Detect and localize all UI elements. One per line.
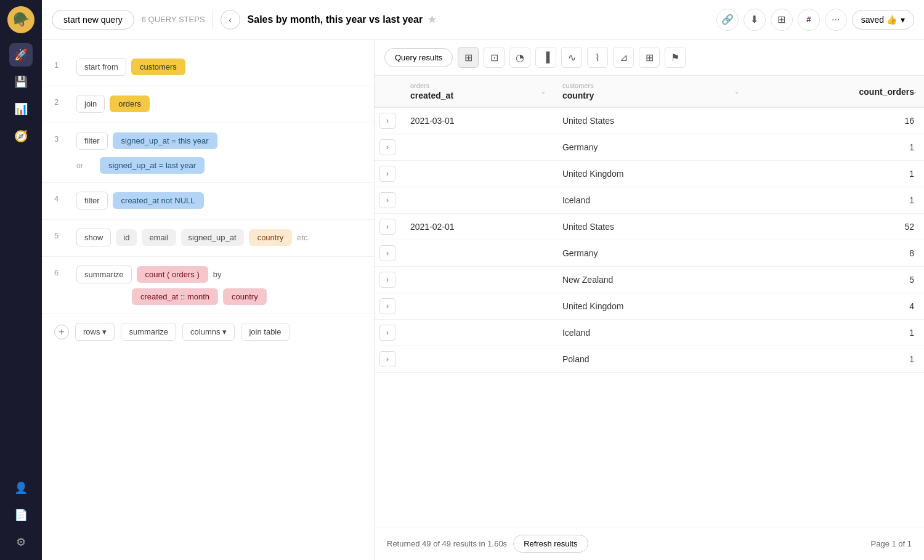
col-name-count-orders: count_orders [756, 87, 914, 97]
step-3-or-row: or signed_up_at = last year [76, 157, 362, 174]
link-button[interactable]: 🔗 [716, 9, 739, 31]
expand-button-8[interactable]: › [379, 325, 395, 341]
sort-icon-created-at[interactable]: ⌄ [540, 87, 546, 95]
step-5-token-country[interactable]: country [249, 229, 293, 246]
col-source-orders: orders [410, 82, 543, 89]
saved-label: saved 👍 [861, 15, 897, 25]
sidebar-item-docs[interactable]: 📄 [9, 503, 33, 527]
table-row: › United Kingdom 4 [375, 293, 924, 320]
viz-card-btn[interactable]: ⊡ [484, 47, 505, 68]
by-label: by [213, 270, 222, 279]
results-toolbar: Query results ⊞ ⊡ ◔ ▐ ∿ ⌇ ⊿ ⊞ ⚑ [375, 39, 924, 76]
join-table-button[interactable]: join table [241, 323, 289, 341]
expand-button-6[interactable]: › [379, 272, 395, 288]
cell-country-8: Iceland [553, 320, 746, 346]
step-2-token-orders[interactable]: orders [110, 95, 150, 112]
step-4: 4 filter created_at not NULL [42, 183, 374, 220]
table-row: › New Zealand 5 [375, 267, 924, 293]
expand-cell-5: › [375, 240, 400, 267]
cell-country-9: Poland [553, 346, 746, 373]
step-1: 1 start from customers [42, 49, 374, 86]
step-4-keyword: filter [76, 192, 108, 209]
results-panel: Query results ⊞ ⊡ ◔ ▐ ∿ ⌇ ⊿ ⊞ ⚑ [375, 39, 924, 560]
viz-map-btn[interactable]: ⚑ [665, 47, 686, 68]
step-3-token-this-year[interactable]: signed_up_at = this year [113, 132, 217, 149]
step-3-token-last-year[interactable]: signed_up_at = last year [100, 157, 205, 174]
table-row: › Iceland 1 [375, 187, 924, 214]
sort-icon-country[interactable]: ⌄ [734, 87, 740, 95]
step-5-keyword: show [76, 229, 111, 246]
expand-cell-8: › [375, 320, 400, 346]
step-6-token-count[interactable]: count ( orders ) [137, 266, 208, 283]
viz-bar-btn[interactable]: ▐ [535, 47, 556, 68]
step-5-token-signed-up[interactable]: signed_up_at [181, 229, 244, 246]
sidebar-item-charts[interactable]: 📊 [9, 97, 33, 121]
expand-button-3[interactable]: › [379, 192, 395, 208]
step-4-token-not-null[interactable]: created_at not NULL [113, 192, 204, 209]
viz-area-btn[interactable]: ⌇ [587, 47, 608, 68]
add-step-icon[interactable]: + [54, 325, 69, 339]
results-table-container: orders created_at ⌄ customers country ⌄ [375, 76, 924, 527]
step-6: 6 summarize count ( orders ) by created_… [42, 257, 374, 314]
expand-button-0[interactable]: › [379, 113, 395, 129]
cell-created-at-8 [400, 320, 553, 346]
sort-icon-count[interactable]: ⌄ [912, 87, 918, 95]
sidebar-item-save[interactable]: 💾 [9, 70, 33, 94]
sidebar-item-user[interactable]: 👤 [9, 476, 33, 500]
sidebar: 🪖 🚀 💾 📊 🧭 👤 📄 ⚙ [0, 0, 42, 560]
new-query-button[interactable]: start new query [52, 10, 134, 30]
expand-cell-9: › [375, 346, 400, 373]
topbar-divider [213, 10, 213, 29]
cell-created-at-5 [400, 240, 553, 267]
viz-combo-btn[interactable]: ⊿ [613, 47, 634, 68]
cell-country-4: United States [553, 214, 746, 240]
viz-pie-btn[interactable]: ◔ [509, 47, 530, 68]
step-4-content: filter created_at not NULL [76, 189, 362, 212]
saved-button[interactable]: saved 👍 ▾ [852, 10, 914, 30]
expand-button-5[interactable]: › [379, 245, 395, 261]
expand-cell-0: › [375, 107, 400, 134]
step-1-token-customers[interactable]: customers [131, 59, 185, 75]
more-button[interactable]: ··· [825, 9, 847, 31]
expand-button-7[interactable]: › [379, 298, 395, 314]
cell-count-4: 52 [746, 214, 924, 240]
expand-cell-1: › [375, 134, 400, 161]
viz-table-btn[interactable]: ⊞ [458, 47, 479, 68]
cell-count-9: 1 [746, 346, 924, 373]
viz-pivot-btn[interactable]: ⊞ [639, 47, 660, 68]
step-5-token-email[interactable]: email [142, 229, 176, 246]
collapse-button[interactable]: ‹ [221, 10, 240, 30]
step-2: 2 join orders [42, 86, 374, 123]
query-results-button[interactable]: Query results [384, 48, 453, 67]
topbar: start new query 6 QUERY STEPS ‹ Sales by… [42, 0, 924, 39]
step-2-content: join orders [76, 92, 362, 115]
main-content: start new query 6 QUERY STEPS ‹ Sales by… [42, 0, 924, 560]
cell-created-at-3 [400, 187, 553, 214]
viz-line-btn[interactable]: ∿ [561, 47, 582, 68]
summarize-button[interactable]: summarize [121, 323, 176, 341]
spreadsheet-button[interactable]: ⊞ [771, 9, 793, 31]
expand-button-9[interactable]: › [379, 351, 395, 367]
cell-created-at-4: 2021-02-01 [400, 214, 553, 240]
sidebar-item-settings[interactable]: ⚙ [9, 530, 33, 554]
columns-button[interactable]: columns ▾ [182, 323, 235, 341]
expand-button-4[interactable]: › [379, 219, 395, 235]
sidebar-item-compass[interactable]: 🧭 [9, 124, 33, 148]
or-label: or [76, 161, 95, 170]
step-5-token-id[interactable]: id [116, 229, 137, 246]
refresh-button[interactable]: Refresh results [513, 535, 588, 553]
star-icon[interactable]: ★ [428, 14, 436, 25]
cell-created-at-2 [400, 161, 553, 187]
slack-button[interactable]: # [798, 9, 820, 31]
content-area: 1 start from customers 2 join orders 3 [42, 39, 924, 560]
results-tbody: › 2021-03-01 United States 16 › Germany … [375, 107, 924, 373]
download-button[interactable]: ⬇ [744, 9, 766, 31]
rows-button[interactable]: rows ▾ [75, 323, 115, 341]
col-source-customers: customers [562, 82, 736, 89]
col-name-created-at: created_at [410, 91, 543, 100]
expand-button-2[interactable]: › [379, 166, 395, 182]
step-6-token-country[interactable]: country [223, 288, 267, 305]
expand-button-1[interactable]: › [379, 139, 395, 155]
step-6-token-created-at[interactable]: created_at :: month [132, 288, 218, 305]
sidebar-item-launch[interactable]: 🚀 [9, 43, 33, 67]
